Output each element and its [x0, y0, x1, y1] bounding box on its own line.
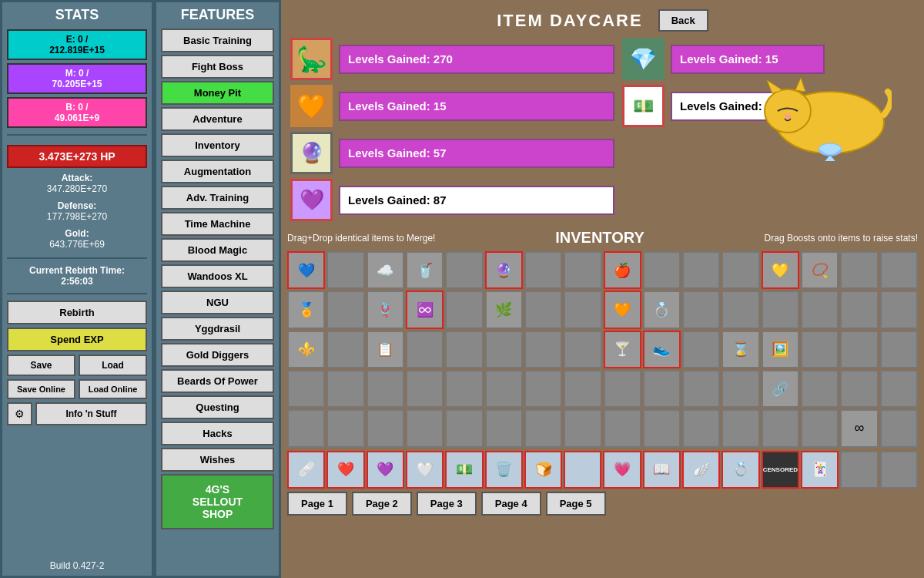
inv-cell[interactable]: [564, 251, 601, 289]
inv-boost-cell[interactable]: 💗: [603, 451, 641, 489]
feature-btn-hacks[interactable]: Hacks: [161, 422, 274, 445]
inv-cell[interactable]: 💍: [643, 291, 681, 328]
inv-cell[interactable]: ∞: [840, 409, 878, 447]
feature-btn-4g's-sellout-shop[interactable]: 4G'S SELLOUT SHOP: [161, 474, 274, 529]
inv-cell[interactable]: [445, 370, 483, 408]
inv-cell[interactable]: [682, 370, 720, 408]
inv-boost-cell[interactable]: 🤍: [406, 451, 444, 489]
feature-btn-fight-boss[interactable]: Fight Boss: [161, 55, 274, 79]
inv-cell[interactable]: [801, 291, 839, 328]
inv-cell[interactable]: 🏅: [287, 291, 325, 328]
inv-boost-cell[interactable]: 🍞: [524, 451, 562, 489]
spend-exp-button[interactable]: Spend EXP: [7, 328, 147, 351]
inv-cell[interactable]: 🖼️: [762, 331, 799, 368]
inv-cell[interactable]: 🪢: [367, 291, 404, 328]
feature-btn-wandoos-xl[interactable]: Wandoos XL: [161, 264, 274, 288]
inv-cell[interactable]: [604, 409, 641, 447]
inv-boost-cell[interactable]: 🪽: [682, 451, 720, 489]
inv-cell[interactable]: [485, 331, 523, 368]
info-button[interactable]: Info 'n Stuff: [35, 402, 147, 425]
inv-cell[interactable]: [287, 409, 325, 447]
inv-cell[interactable]: [367, 370, 404, 408]
feature-btn-beards-of-power[interactable]: Beards Of Power: [161, 369, 274, 393]
inv-boost-cell[interactable]: ❤️: [326, 451, 364, 489]
inv-cell[interactable]: [367, 409, 404, 447]
inv-cell[interactable]: 🍎: [604, 251, 641, 289]
inv-cell[interactable]: [682, 291, 720, 328]
inv-cell[interactable]: [721, 251, 759, 289]
inv-boost-cell[interactable]: CENSORED: [762, 451, 799, 489]
gear-button[interactable]: ⚙: [7, 402, 32, 425]
inv-cell[interactable]: [762, 409, 799, 447]
inv-cell[interactable]: ☁️: [367, 251, 404, 289]
inv-cell[interactable]: [524, 291, 562, 328]
feature-btn-inventory[interactable]: Inventory: [161, 133, 274, 157]
inv-cell[interactable]: [762, 291, 799, 328]
inv-cell[interactable]: [682, 251, 720, 289]
inv-cell[interactable]: 📿: [801, 251, 839, 289]
inv-cell[interactable]: [840, 291, 878, 328]
inv-boost-cell[interactable]: 💍: [721, 451, 759, 489]
inv-cell[interactable]: [524, 251, 562, 289]
inv-cell[interactable]: [840, 370, 878, 408]
inv-cell[interactable]: 🔮: [485, 251, 523, 289]
inv-cell[interactable]: [287, 370, 325, 408]
inv-cell[interactable]: [326, 409, 364, 447]
page-button-4[interactable]: Page 4: [481, 492, 541, 516]
inv-cell[interactable]: [524, 409, 562, 447]
inv-boost-cell[interactable]: 💜: [367, 451, 404, 489]
inv-cell[interactable]: [406, 331, 444, 368]
inv-cell[interactable]: [721, 409, 759, 447]
inv-cell[interactable]: 🔗: [762, 370, 799, 408]
inv-cell[interactable]: 👟: [643, 331, 681, 368]
rebirth-button[interactable]: Rebirth: [7, 301, 147, 324]
inv-boost-cell[interactable]: [840, 451, 878, 489]
feature-btn-ngu[interactable]: NGU: [161, 291, 274, 314]
feature-btn-questing[interactable]: Questing: [161, 395, 274, 419]
feature-btn-time-machine[interactable]: Time Machine: [161, 212, 274, 236]
inv-cell[interactable]: [524, 331, 562, 368]
inv-cell[interactable]: [682, 409, 720, 447]
inv-boost-cell[interactable]: 📖: [643, 451, 681, 489]
inv-boost-cell[interactable]: 🃏: [801, 451, 839, 489]
inv-boost-cell[interactable]: 🗑️: [485, 451, 523, 489]
feature-btn-wishes[interactable]: Wishes: [161, 448, 274, 472]
page-button-5[interactable]: Page 5: [546, 492, 606, 516]
page-button-1[interactable]: Page 1: [287, 492, 347, 516]
inv-cell[interactable]: [721, 370, 759, 408]
inv-boost-cell[interactable]: 🩹: [287, 451, 325, 489]
inv-cell[interactable]: [445, 251, 483, 289]
feature-btn-blood-magic[interactable]: Blood Magic: [161, 238, 274, 262]
inv-cell[interactable]: [564, 370, 601, 408]
inv-cell[interactable]: [564, 291, 601, 328]
inv-boost-cell[interactable]: [564, 451, 601, 489]
inv-cell[interactable]: ⌛: [721, 331, 759, 368]
inv-cell[interactable]: 🍸: [604, 331, 641, 368]
load-button[interactable]: Load: [79, 355, 147, 376]
inv-cell[interactable]: [643, 409, 681, 447]
inv-cell[interactable]: 🧡: [604, 291, 641, 328]
feature-btn-basic-training[interactable]: Basic Training: [161, 29, 274, 52]
page-button-3[interactable]: Page 3: [417, 492, 477, 516]
inv-cell[interactable]: [445, 331, 483, 368]
feature-btn-gold-diggers[interactable]: Gold Diggers: [161, 343, 274, 367]
inv-cell[interactable]: 📋: [367, 331, 404, 368]
inv-cell[interactable]: [564, 331, 601, 368]
inv-cell[interactable]: [485, 370, 523, 408]
inv-cell[interactable]: [721, 291, 759, 328]
inv-boost-cell[interactable]: 💵: [445, 451, 483, 489]
inv-cell[interactable]: [326, 331, 364, 368]
inv-cell[interactable]: [643, 251, 681, 289]
inv-cell[interactable]: [840, 331, 878, 368]
inv-cell[interactable]: ⚜️: [287, 331, 325, 368]
inv-cell[interactable]: 💛: [762, 251, 799, 289]
inv-cell[interactable]: [880, 331, 918, 368]
back-button[interactable]: Back: [658, 9, 708, 32]
feature-btn-money-pit[interactable]: Money Pit: [161, 81, 274, 105]
save-online-button[interactable]: Save Online: [7, 379, 75, 399]
feature-btn-yggdrasil[interactable]: Yggdrasil: [161, 317, 274, 341]
inv-cell[interactable]: [604, 370, 641, 408]
inv-cell[interactable]: [406, 370, 444, 408]
inv-cell[interactable]: [801, 409, 839, 447]
inv-cell[interactable]: 🥤: [406, 251, 444, 289]
